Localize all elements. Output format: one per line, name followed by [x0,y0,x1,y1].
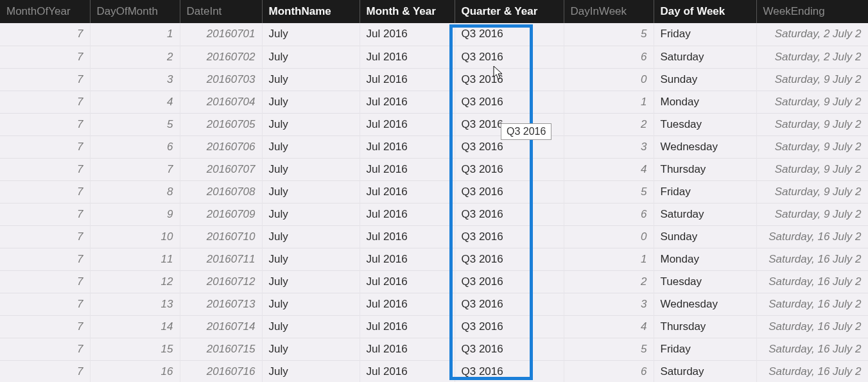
cell-monthname[interactable]: July [262,46,360,68]
cell-dayofweek[interactable]: Tuesday [654,270,756,293]
cell-dayofmonth[interactable]: 2 [90,46,180,68]
cell-dayofweek[interactable]: Thursday [654,158,756,180]
cell-monthofyear[interactable]: 7 [0,68,90,91]
cell-monthofyear[interactable]: 7 [0,293,90,315]
table-row[interactable]: 7820160708JulyJul 2016Q3 20165FridaySatu… [0,180,868,203]
cell-quarteryear[interactable]: Q3 2016 [455,180,564,203]
cell-monthname[interactable]: July [262,113,360,135]
cell-dayofmonth[interactable]: 12 [90,270,180,293]
column-header-dayinweek[interactable]: DayInWeek [564,0,654,23]
cell-monthyear[interactable]: Jul 2016 [360,203,455,225]
cell-dateint[interactable]: 20160706 [180,135,262,158]
cell-dayofmonth[interactable]: 5 [90,113,180,135]
cell-monthofyear[interactable]: 7 [0,270,90,293]
cell-monthofyear[interactable]: 7 [0,113,90,135]
cell-dateint[interactable]: 20160713 [180,293,262,315]
cell-dateint[interactable]: 20160705 [180,113,262,135]
cell-weekending[interactable]: Saturday, 16 July 2 [756,248,868,270]
cell-monthname[interactable]: July [262,68,360,91]
cell-quarteryear[interactable]: Q3 2016 [455,338,564,360]
cell-monthofyear[interactable]: 7 [0,23,90,46]
cell-dayofmonth[interactable]: 9 [90,203,180,225]
cell-dayofmonth[interactable]: 14 [90,315,180,338]
cell-quarteryear[interactable]: Q3 2016 [455,225,564,248]
cell-weekending[interactable]: Saturday, 9 July 2 [756,203,868,225]
cell-dayofweek[interactable]: Saturday [654,203,756,225]
table-row[interactable]: 71520160715JulyJul 2016Q3 20165FridaySat… [0,338,868,360]
cell-monthname[interactable]: July [262,315,360,338]
column-header-weekending[interactable]: WeekEnding [756,0,868,23]
cell-dayofmonth[interactable]: 4 [90,91,180,113]
cell-weekending[interactable]: Saturday, 2 July 2 [756,23,868,46]
cell-dayinweek[interactable]: 3 [564,293,654,315]
cell-monthyear[interactable]: Jul 2016 [360,248,455,270]
cell-dayofmonth[interactable]: 6 [90,135,180,158]
cell-weekending[interactable]: Saturday, 2 July 2 [756,46,868,68]
cell-monthname[interactable]: July [262,91,360,113]
table-row[interactable]: 7420160704JulyJul 2016Q3 20161MondaySatu… [0,91,868,113]
cell-quarteryear[interactable]: Q3 2016 [455,46,564,68]
table-row[interactable]: 7120160701JulyJul 2016Q3 20165FridaySatu… [0,23,868,46]
cell-dayofweek[interactable]: Tuesday [654,113,756,135]
cell-dayofmonth[interactable]: 8 [90,180,180,203]
cell-quarteryear[interactable]: Q3 2016 [455,203,564,225]
table-row[interactable]: 7220160702JulyJul 2016Q3 20166SaturdaySa… [0,46,868,68]
cell-monthyear[interactable]: Jul 2016 [360,225,455,248]
cell-dateint[interactable]: 20160704 [180,91,262,113]
cell-monthname[interactable]: July [262,23,360,46]
cell-monthyear[interactable]: Jul 2016 [360,180,455,203]
cell-monthyear[interactable]: Jul 2016 [360,360,455,382]
cell-monthyear[interactable]: Jul 2016 [360,91,455,113]
column-header-monthofyear[interactable]: MonthOfYear [0,0,90,23]
cell-dayofweek[interactable]: Thursday [654,315,756,338]
cell-dayofmonth[interactable]: 11 [90,248,180,270]
cell-dateint[interactable]: 20160711 [180,248,262,270]
cell-weekending[interactable]: Saturday, 9 July 2 [756,158,868,180]
cell-dayinweek[interactable]: 0 [564,225,654,248]
cell-dayofweek[interactable]: Monday [654,91,756,113]
cell-dayofweek[interactable]: Wednesday [654,293,756,315]
cell-dateint[interactable]: 20160702 [180,46,262,68]
cell-dayofmonth[interactable]: 1 [90,23,180,46]
cell-monthname[interactable]: July [262,338,360,360]
cell-weekending[interactable]: Saturday, 9 July 2 [756,91,868,113]
cell-dayinweek[interactable]: 6 [564,203,654,225]
cell-dayinweek[interactable]: 5 [564,23,654,46]
cell-dateint[interactable]: 20160703 [180,68,262,91]
cell-weekending[interactable]: Saturday, 9 July 2 [756,113,868,135]
cell-dateint[interactable]: 20160709 [180,203,262,225]
cell-dateint[interactable]: 20160707 [180,158,262,180]
cell-monthname[interactable]: July [262,203,360,225]
cell-monthofyear[interactable]: 7 [0,315,90,338]
column-header-dayofmonth[interactable]: DayOfMonth [90,0,180,23]
cell-weekending[interactable]: Saturday, 9 July 2 [756,68,868,91]
cell-dateint[interactable]: 20160710 [180,225,262,248]
cell-dayofweek[interactable]: Monday [654,248,756,270]
cell-monthname[interactable]: July [262,225,360,248]
table-row[interactable]: 7720160707JulyJul 2016Q3 20164ThursdaySa… [0,158,868,180]
cell-dayinweek[interactable]: 0 [564,68,654,91]
cell-dayofmonth[interactable]: 13 [90,293,180,315]
cell-dayinweek[interactable]: 1 [564,248,654,270]
table-row[interactable]: 7320160703JulyJul 2016Q3 20160SundaySatu… [0,68,868,91]
cell-quarteryear[interactable]: Q3 2016 [455,248,564,270]
cell-dayofmonth[interactable]: 3 [90,68,180,91]
cell-dateint[interactable]: 20160701 [180,23,262,46]
cell-quarteryear[interactable]: Q3 2016 [455,113,564,135]
cell-monthofyear[interactable]: 7 [0,180,90,203]
cell-dayinweek[interactable]: 3 [564,135,654,158]
cell-dateint[interactable]: 20160714 [180,315,262,338]
cell-monthname[interactable]: July [262,135,360,158]
cell-dayinweek[interactable]: 2 [564,270,654,293]
cell-monthyear[interactable]: Jul 2016 [360,270,455,293]
cell-dayofmonth[interactable]: 16 [90,360,180,382]
cell-dateint[interactable]: 20160716 [180,360,262,382]
cell-dayinweek[interactable]: 1 [564,91,654,113]
cell-dayofweek[interactable]: Wednesday [654,135,756,158]
cell-monthyear[interactable]: Jul 2016 [360,68,455,91]
column-header-dateint[interactable]: DateInt [180,0,262,23]
cell-quarteryear[interactable]: Q3 2016 [455,135,564,158]
cell-monthofyear[interactable]: 7 [0,338,90,360]
cell-monthofyear[interactable]: 7 [0,91,90,113]
cell-weekending[interactable]: Saturday, 16 July 2 [756,360,868,382]
